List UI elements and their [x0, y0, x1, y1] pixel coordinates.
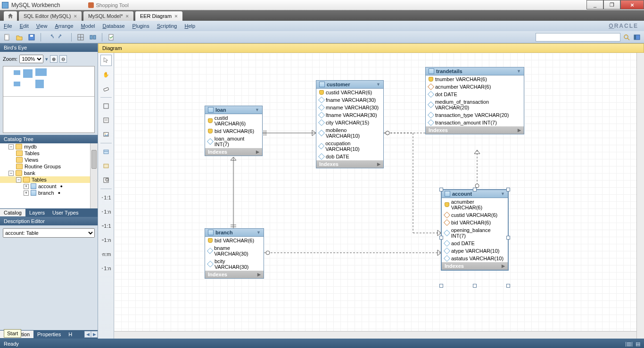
rel-existing-tool[interactable]: 1:n — [100, 263, 112, 274]
rel-1-1-nonid-tool[interactable]: 1:1 — [100, 192, 112, 203]
entity-loan[interactable]: loan▼custid VARCHAR(6)bid VARCHAR(6)loan… — [205, 106, 263, 156]
column-row[interactable]: acnumber VARCHAR(6) — [426, 83, 524, 91]
indexes-section[interactable]: Indexes▶ — [316, 160, 383, 168]
close-icon[interactable]: × — [125, 13, 128, 19]
tree-account[interactable]: account — [38, 183, 57, 189]
search-icon[interactable] — [622, 33, 631, 41]
new-table-tool[interactable] — [100, 146, 112, 157]
menu-plugins[interactable]: Plugins — [132, 23, 149, 29]
rel-1-n-id-tool[interactable]: 1:n — [100, 234, 112, 246]
column-row[interactable]: astatus VARCHAR(10) — [442, 255, 508, 262]
collapse-icon[interactable]: ▼ — [501, 191, 505, 196]
desc-object-select[interactable]: account: Table — [3, 228, 95, 238]
tab-layers[interactable]: Layers — [25, 209, 49, 216]
indexes-section[interactable]: Indexes▶ — [442, 262, 508, 270]
expand-icon[interactable]: ▶ — [257, 272, 261, 277]
save-icon[interactable] — [27, 33, 36, 41]
entity-branch[interactable]: branch▼bid VARCHAR(6)bname VARCHAR(30)bc… — [205, 228, 264, 279]
routine-tool[interactable]: ⚙ — [100, 174, 112, 186]
column-row[interactable]: city VARCHAR(15) — [316, 119, 383, 126]
menu-model[interactable]: Model — [81, 23, 95, 29]
column-row[interactable]: tnumber VARCHAR(6) — [426, 75, 524, 83]
note-tool[interactable] — [100, 115, 112, 126]
new-view-tool[interactable] — [100, 160, 112, 172]
collapse-icon[interactable]: ▼ — [376, 82, 380, 87]
menu-database[interactable]: Database — [102, 23, 124, 29]
column-row[interactable]: bid VARCHAR(6) — [205, 237, 264, 244]
scrollbar-vertical[interactable] — [636, 53, 644, 339]
menu-scripting[interactable]: Scripting — [157, 23, 177, 29]
column-row[interactable]: custid VARCHAR(6) — [442, 211, 508, 219]
rel-1-n-nonid-tool[interactable]: 1:n — [100, 206, 112, 217]
tab-h[interactable]: H — [65, 331, 76, 338]
column-row[interactable]: bid VARCHAR(6) — [205, 127, 262, 135]
menu-file[interactable]: File — [4, 23, 12, 29]
tree-mydb[interactable]: mydb — [24, 144, 37, 149]
undo-icon[interactable] — [46, 33, 54, 41]
scroll-right-icon[interactable]: ▶ — [91, 331, 98, 338]
tree-bank[interactable]: bank — [24, 170, 35, 176]
zoom-select[interactable]: 100% — [19, 55, 43, 63]
menu-help[interactable]: Help — [185, 23, 196, 29]
indexes-section[interactable]: Indexes▶ — [426, 126, 524, 134]
image-tool[interactable] — [100, 129, 112, 140]
status-layout2-icon[interactable]: ▤ — [636, 341, 640, 347]
grid-toggle-icon[interactable] — [76, 33, 85, 41]
column-row[interactable]: transaction_type VARCHAR(20) — [426, 111, 524, 119]
resize-handle[interactable] — [473, 284, 477, 288]
entity-customer[interactable]: customer▼custid VARCHAR(6)fname VARCHAR(… — [316, 80, 384, 168]
menu-arrange[interactable]: Arrange — [55, 23, 73, 29]
column-row[interactable]: custid VARCHAR(6) — [316, 89, 383, 96]
resize-handle[interactable] — [473, 188, 477, 191]
column-row[interactable]: dob DATE — [316, 153, 383, 160]
menu-edit[interactable]: Edit — [20, 23, 29, 29]
indexes-section[interactable]: Indexes▶ — [205, 148, 262, 156]
minimize-button[interactable]: _ — [586, 0, 603, 9]
layer-tool[interactable] — [100, 100, 112, 112]
maximize-button[interactable]: ❐ — [603, 0, 620, 9]
entity-trandetails[interactable]: trandetails▼tnumber VARCHAR(6)acnumber V… — [425, 67, 524, 134]
tree-tables[interactable]: Tables — [25, 150, 40, 156]
tab-catalog[interactable]: Catalog — [0, 209, 25, 216]
zoom-out-icon[interactable]: ⊖ — [59, 55, 67, 63]
column-row[interactable]: opening_balance INT(7) — [442, 226, 508, 240]
column-row[interactable]: medium_of_transaction VARCHAR(20) — [426, 98, 524, 111]
collapse-icon[interactable]: ▼ — [256, 230, 261, 235]
resize-handle[interactable] — [439, 284, 443, 288]
collapse-icon[interactable]: ▼ — [517, 69, 521, 74]
resize-handle[interactable] — [439, 188, 443, 191]
resize-handle[interactable] — [506, 188, 510, 191]
search-input[interactable] — [536, 33, 620, 41]
close-button[interactable]: × — [620, 0, 644, 9]
column-row[interactable]: custid VARCHAR(6) — [205, 114, 262, 127]
align-icon[interactable] — [89, 33, 97, 41]
status-layout-icon[interactable]: |▥| — [625, 341, 633, 347]
eraser-tool[interactable] — [100, 83, 112, 94]
tree-views[interactable]: Views — [25, 157, 38, 163]
entity-account[interactable]: account▼acnumber VARCHAR(6)custid VARCHA… — [441, 190, 508, 270]
column-row[interactable]: transaction_amount INT(7) — [426, 119, 524, 126]
panel-toggle-icon[interactable] — [633, 33, 641, 41]
rel-n-m-tool[interactable]: n:m — [100, 249, 112, 260]
close-icon[interactable]: × — [174, 13, 177, 19]
column-row[interactable]: loan_amount INT(7) — [205, 135, 262, 148]
validate-icon[interactable] — [107, 33, 116, 41]
tree-branch[interactable]: branch — [38, 190, 54, 196]
catalog-tree[interactable]: −mydb Tables Views Routine Groups −bank … — [0, 143, 98, 208]
resize-handle[interactable] — [506, 284, 510, 288]
column-row[interactable]: occupation VARCHAR(10) — [316, 140, 383, 153]
diagram-canvas[interactable]: loan▼custid VARCHAR(6)bid VARCHAR(6)loan… — [114, 53, 644, 339]
menu-view[interactable]: View — [36, 23, 48, 29]
expand-icon[interactable]: ▶ — [518, 128, 521, 133]
column-row[interactable]: bcity VARCHAR(30) — [205, 257, 264, 271]
column-row[interactable]: bid VARCHAR(6) — [442, 219, 508, 226]
column-row[interactable]: mname VARCHAR(30) — [316, 104, 383, 111]
tree-routine[interactable]: Routine Groups — [25, 164, 61, 169]
column-row[interactable]: fname VARCHAR(30) — [316, 96, 383, 104]
tab-user-types[interactable]: User Types — [49, 209, 82, 216]
resize-handle[interactable] — [439, 236, 443, 240]
tab-mysql-model[interactable]: MySQL Model* × — [83, 11, 133, 21]
scroll-left-icon[interactable]: ◀ — [84, 331, 91, 338]
tab-eer-diagram[interactable]: EER Diagram × — [135, 11, 182, 21]
tab-home[interactable] — [4, 11, 17, 21]
